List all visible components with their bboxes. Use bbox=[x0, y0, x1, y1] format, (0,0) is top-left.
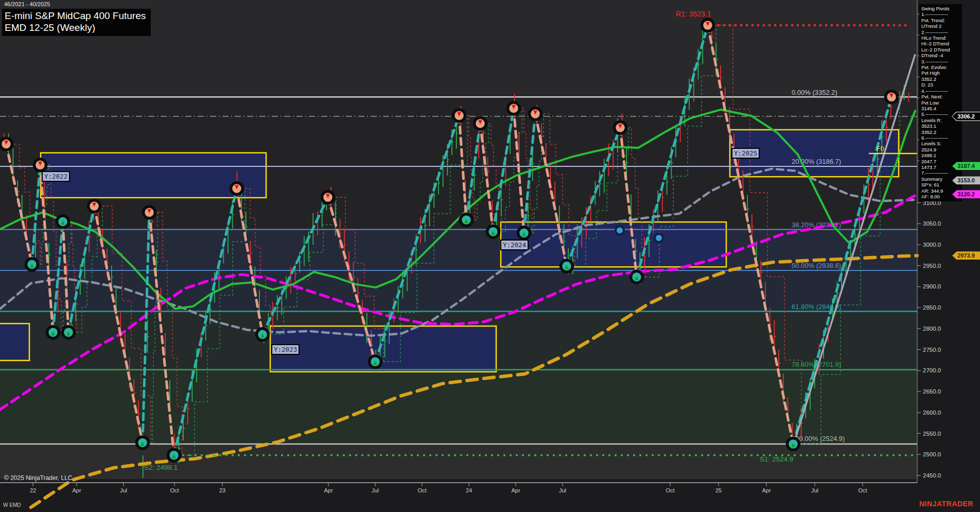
year-label-Y-2022[interactable]: Y:2022 bbox=[42, 171, 70, 182]
svg-text:S2: 2498.1: S2: 2498.1 bbox=[144, 464, 178, 471]
chart-title-line2: EMD 12-25 (Weekly) bbox=[5, 22, 146, 33]
time-axis-label: Oct bbox=[858, 487, 867, 493]
swing-pivots-line: Pvt. Evolve: bbox=[921, 64, 961, 70]
time-axis-label: 24 bbox=[466, 487, 472, 493]
svg-text:F0: F0 bbox=[877, 145, 884, 152]
time-axis-label: 22 bbox=[30, 487, 36, 493]
price-badge-3153.0: 3153.0 bbox=[952, 176, 980, 184]
time-axis-label: Jul bbox=[372, 487, 379, 493]
svg-text:61.80% (2840.9): 61.80% (2840.9) bbox=[792, 303, 841, 311]
swing-pivots-line: Swing Pivots bbox=[921, 6, 961, 11]
ninjatrader-chart-window: 0.00% (3352.2)20.00% (3186.7)38.20% (303… bbox=[0, 0, 980, 512]
swing-pivots-line: 2047.7 bbox=[921, 159, 961, 164]
swing-pivots-line: 6.-------------- bbox=[921, 135, 961, 141]
svg-text:2900.0: 2900.0 bbox=[923, 283, 941, 289]
time-axis-label: Jul bbox=[811, 487, 818, 493]
swing-pivots-line: Pvt High bbox=[921, 70, 961, 76]
price-badge-2973.9: 2973.9 bbox=[952, 251, 980, 260]
price-badge-3120.2: 3120.2 bbox=[952, 190, 980, 198]
time-axis-label: Apr bbox=[72, 487, 81, 493]
year-label-Y-2023[interactable]: Y:2023 bbox=[271, 344, 300, 355]
svg-text:2450.0: 2450.0 bbox=[923, 472, 941, 479]
swing-pivots-line: Lo:-2 DTrend bbox=[921, 47, 961, 53]
copyright-label: © 2025 NinjaTrader, LLC bbox=[4, 474, 72, 482]
chart-title-box: E-mini S&P MidCap 400 Futures EMD 12-25 … bbox=[2, 9, 151, 36]
time-axis[interactable] bbox=[33, 483, 863, 486]
time-axis-label: Oct bbox=[417, 487, 426, 493]
svg-text:2850.0: 2850.0 bbox=[923, 304, 941, 311]
swing-pivots-line: 2524.9 bbox=[921, 147, 961, 152]
svg-text:50.00% (2938.6): 50.00% (2938.6) bbox=[792, 262, 841, 269]
time-axis-label: Apr bbox=[762, 487, 771, 493]
swing-pivots-line: 2498.1 bbox=[921, 152, 961, 158]
time-axis-label: Apr bbox=[511, 487, 520, 493]
time-axis-label: 25 bbox=[715, 487, 722, 493]
swing-pivots-line: Hi:-2 DTrend bbox=[921, 41, 961, 46]
swing-pivots-line: 3352.2 bbox=[921, 76, 961, 82]
time-axis-label: Jul bbox=[559, 487, 566, 493]
swing-pivots-line: 3523.1 bbox=[921, 123, 961, 129]
swing-pivots-line: 3145.4 bbox=[921, 106, 961, 111]
svg-text:0.00% (3352.2): 0.00% (3352.2) bbox=[792, 89, 837, 96]
chart-title-line1: E-mini S&P MidCap 400 Futures bbox=[5, 10, 146, 22]
swing-pivots-line: Pvt Low bbox=[921, 100, 961, 106]
price-badge-3306.2: 3306.2 bbox=[952, 112, 980, 121]
chart-canvas[interactable]: 0.00% (3352.2)20.00% (3186.7)38.20% (303… bbox=[0, 0, 980, 512]
swing-pivots-line: D: 23 bbox=[921, 82, 961, 88]
swing-pivots-line: HiLo Trend: bbox=[921, 35, 961, 41]
year-label-Y-2024[interactable]: Y:2024 bbox=[500, 240, 529, 250]
svg-text:R1: 3523.1: R1: 3523.1 bbox=[676, 10, 711, 18]
date-range-label: 46/2021 - 40/2025 bbox=[4, 1, 50, 7]
svg-text:S1: 2524.9: S1: 2524.9 bbox=[760, 455, 793, 463]
time-axis-label: Oct bbox=[666, 487, 674, 493]
svg-text:2550.0: 2550.0 bbox=[923, 431, 941, 437]
svg-text:3000.0: 3000.0 bbox=[923, 242, 941, 248]
ninjatrader-logo: NINJATRADER bbox=[919, 500, 973, 508]
swing-pivots-line: UTrend 2 bbox=[921, 23, 961, 29]
svg-text:2950.0: 2950.0 bbox=[923, 263, 941, 269]
svg-text:3050.0: 3050.0 bbox=[923, 220, 941, 227]
time-axis-label: Apr bbox=[324, 487, 332, 493]
time-axis-label: Jul bbox=[120, 487, 127, 493]
svg-text:2700.0: 2700.0 bbox=[923, 367, 941, 373]
price-badge-3187.4: 3187.4 bbox=[952, 162, 980, 170]
swing-pivots-line: 7.-------------- bbox=[921, 170, 961, 176]
year-label-Y-2025[interactable]: Y:2025 bbox=[731, 148, 760, 159]
svg-text:2600.0: 2600.0 bbox=[923, 409, 941, 416]
swing-pivots-line: 4.-------------- bbox=[921, 88, 961, 94]
swing-pivots-panel[interactable]: Swing Pivots1.--------------Pvt. Trend:U… bbox=[919, 4, 962, 201]
series-label: W EMD bbox=[3, 502, 21, 508]
swing-pivots-line: 2.-------------- bbox=[921, 29, 961, 35]
time-axis-label: 23 bbox=[219, 487, 225, 493]
price-bands bbox=[0, 0, 917, 479]
swing-pivots-line: Pvt. Next: bbox=[921, 94, 961, 99]
swing-pivots-line: 3.-------------- bbox=[921, 59, 961, 64]
swing-pivots-line: Levels S: bbox=[921, 141, 961, 146]
svg-text:2800.0: 2800.0 bbox=[923, 326, 941, 332]
svg-text:2500.0: 2500.0 bbox=[923, 451, 941, 457]
swing-pivots-line: 1.-------------- bbox=[921, 11, 961, 17]
swing-pivots-line: 3352.2 bbox=[921, 129, 961, 135]
svg-text:2750.0: 2750.0 bbox=[923, 347, 941, 353]
svg-text:2650.0: 2650.0 bbox=[923, 388, 941, 395]
time-axis-label: Oct bbox=[170, 487, 179, 493]
swing-pivots-line: DTrend -4 bbox=[921, 53, 961, 58]
swing-pivots-line: Pvt. Trend: bbox=[921, 18, 961, 23]
